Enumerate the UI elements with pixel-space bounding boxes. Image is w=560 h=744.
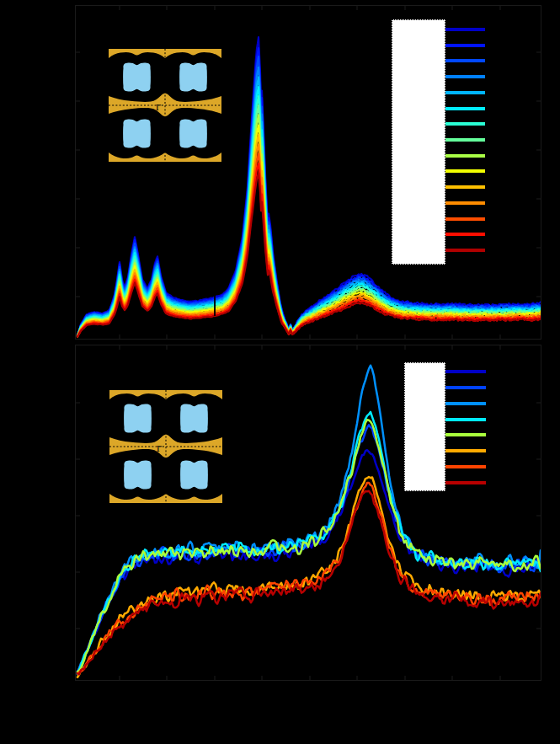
legend-color-line-3 — [445, 418, 486, 421]
legend-color-line-8 — [445, 154, 485, 158]
spectrum-curve-5 — [77, 477, 541, 677]
legend-color-line-9 — [445, 169, 485, 173]
legend-color-line-5 — [445, 449, 486, 452]
legend-color-line-3 — [445, 75, 485, 78]
screenshot-root: { "page": { "background": "#000000" }, "… — [0, 0, 560, 744]
legend-color-line-4 — [445, 91, 485, 94]
legend-color-line-4 — [445, 433, 486, 436]
fermi-surface-inset-bottom: Γ — [109, 390, 222, 503]
legend-color-line-11 — [445, 201, 485, 205]
gamma-point-label: Γ — [157, 443, 162, 453]
legend-color-line-5 — [445, 107, 485, 110]
legend-color-line-7 — [445, 138, 485, 142]
legend-box-bottom — [404, 362, 445, 491]
spectra-panel-top: Γ — [75, 5, 541, 340]
legend-box-top — [392, 19, 445, 265]
gamma-point-label: Γ — [156, 102, 161, 112]
legend-color-line-0 — [445, 370, 486, 373]
figure: Γ Γ — [0, 0, 560, 744]
spectra-panel-bottom: Γ — [75, 345, 541, 681]
legend-color-line-6 — [445, 122, 485, 126]
legend-color-line-10 — [445, 185, 485, 189]
legend-color-line-2 — [445, 402, 486, 405]
legend-color-line-0 — [445, 28, 485, 31]
legend-color-line-1 — [445, 44, 485, 47]
legend-color-line-1 — [445, 386, 486, 389]
legend-color-line-13 — [445, 233, 485, 236]
legend-color-line-2 — [445, 59, 485, 62]
fermi-surface-inset-top: Γ — [109, 49, 221, 162]
legend-color-line-14 — [445, 249, 485, 252]
legend-color-line-7 — [445, 481, 486, 484]
spectrum-curve-6 — [77, 483, 541, 673]
legend-color-line-6 — [445, 465, 486, 468]
legend-color-line-12 — [445, 217, 485, 221]
